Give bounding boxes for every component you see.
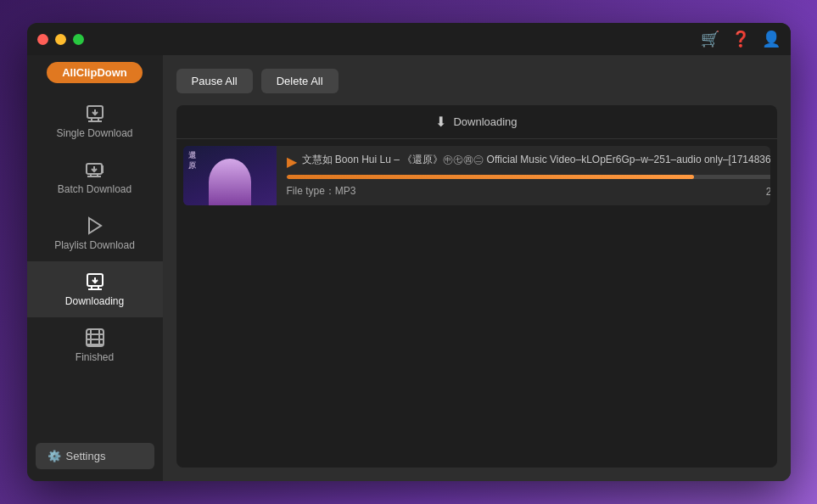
download-item: 還原 ▶ 文慧如 Boon Hui Lu – 《還原》㊥㊆㊃㊁ Official… [183,146,770,205]
single-download-icon [85,104,105,124]
panel-download-icon: ⬇ [435,114,446,130]
item-thumbnail: 還原 [183,146,277,205]
account-icon[interactable]: 👤 [762,30,781,48]
item-bottom-row: File type：MP3 2.48MB/s [287,184,770,199]
sidebar-item-playlist-download[interactable]: Playlist Download [27,205,163,261]
progress-bar-container [287,175,770,179]
batch-download-icon [85,160,105,180]
sidebar-item-batch-download[interactable]: Batch Download [27,149,163,205]
titlebar-actions: 🛒 ❓ 👤 [701,30,781,48]
download-items-list: 還原 ▶ 文慧如 Boon Hui Lu – 《還原》㊥㊆㊃㊁ Official… [176,139,777,468]
download-panel: ⬇ Downloading 還原 [176,105,777,468]
settings-gear-icon: ⚙️ [48,450,61,462]
downloading-icon [85,272,105,292]
item-title-row: ▶ 文慧如 Boon Hui Lu – 《還原》㊥㊆㊃㊁ Official Mu… [287,153,770,170]
panel-header-label: Downloading [453,115,517,128]
logo-button[interactable]: AllClipDown [47,62,143,83]
sidebar-item-single-download-label: Single Download [56,127,132,139]
traffic-lights [37,34,84,45]
settings-button[interactable]: ⚙️ Settings [36,443,154,469]
sidebar-item-finished[interactable]: Finished [27,317,163,373]
panel-header: ⬇ Downloading [176,105,777,139]
playlist-download-icon [85,216,105,236]
sidebar-item-batch-download-label: Batch Download [58,183,132,195]
main-window: 🛒 ❓ 👤 AllClipDown Single Download [27,23,791,481]
item-speed: 2.48MB/s [766,186,770,198]
delete-all-button[interactable]: Delete All [261,69,339,93]
titlebar: 🛒 ❓ 👤 [27,23,791,55]
pause-all-button[interactable]: Pause All [176,69,253,93]
close-button[interactable] [37,34,48,45]
toolbar: Pause All Delete All [176,69,777,93]
sidebar-item-downloading-label: Downloading [65,295,124,307]
sidebar-item-downloading[interactable]: Downloading [27,261,163,317]
sidebar-item-playlist-download-label: Playlist Download [54,239,135,251]
content-area: Pause All Delete All ⬇ Downloading [163,55,791,481]
item-filetype: File type：MP3 [287,184,356,199]
sidebar: AllClipDown Single Download [27,55,163,481]
sidebar-item-finished-label: Finished [76,351,114,363]
progress-bar-fill [287,175,694,179]
minimize-button[interactable] [55,34,66,45]
item-play-icon: ▶ [287,154,297,170]
help-icon[interactable]: ❓ [731,30,750,48]
settings-label: Settings [66,450,106,462]
main-content: AllClipDown Single Download [27,55,791,481]
item-info: ▶ 文慧如 Boon Hui Lu – 《還原》㊥㊆㊃㊁ Official Mu… [277,146,770,205]
maximize-button[interactable] [73,34,84,45]
thumbnail-image: 還原 [183,146,277,205]
cart-icon[interactable]: 🛒 [701,30,719,48]
item-title: 文慧如 Boon Hui Lu – 《還原》㊥㊆㊃㊁ Official Musi… [302,153,770,167]
sidebar-item-single-download[interactable]: Single Download [27,93,163,149]
svg-marker-7 [89,218,101,233]
finished-icon [85,328,105,348]
